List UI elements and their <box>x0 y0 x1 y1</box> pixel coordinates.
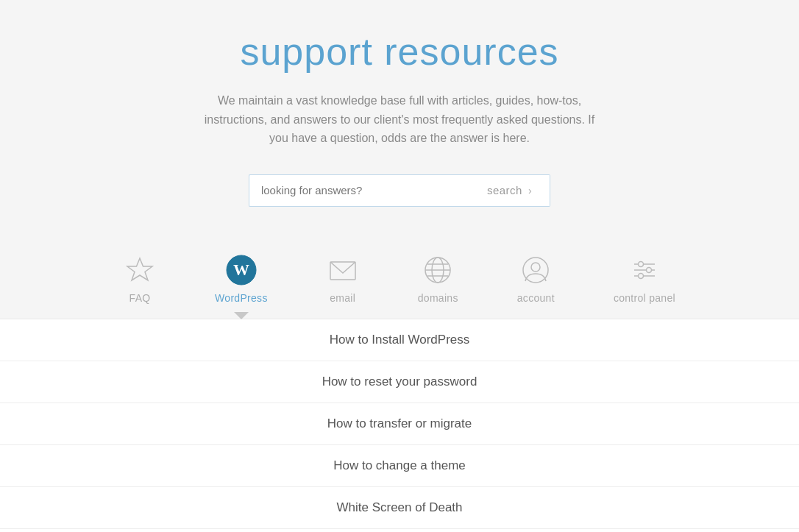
globe-icon <box>422 254 454 286</box>
page-description: We maintain a vast knowledge base full w… <box>193 91 606 148</box>
svg-point-17 <box>638 273 643 278</box>
person-icon <box>519 254 552 286</box>
category-control-panel-label: control panel <box>614 292 675 304</box>
article-link-2[interactable]: How to reset your password <box>322 375 477 389</box>
category-account-label: account <box>517 292 555 304</box>
svg-text:W: W <box>233 260 249 279</box>
search-row: search › <box>249 174 550 207</box>
category-email[interactable]: email <box>297 242 388 319</box>
svg-point-10 <box>523 258 548 283</box>
categories-bar: FAQ W WordPress email <box>0 242 799 319</box>
content-section: How to Install WordPress How to reset yo… <box>0 319 799 532</box>
category-wordpress-label: WordPress <box>215 292 268 304</box>
page-wrapper: support resources We maintain a vast kno… <box>0 0 799 532</box>
category-account[interactable]: account <box>488 242 584 319</box>
article-link-3[interactable]: How to transfer or migrate <box>327 416 472 430</box>
category-domains-label: domains <box>418 292 458 304</box>
chevron-right-icon: › <box>528 185 532 196</box>
page-title: support resources <box>240 29 558 74</box>
wordpress-icon: W <box>225 254 258 286</box>
category-domains[interactable]: domains <box>388 242 488 319</box>
category-faq-label: FAQ <box>129 292 151 304</box>
article-item-3[interactable]: How to transfer or migrate <box>0 403 799 445</box>
article-item-2[interactable]: How to reset your password <box>0 361 799 403</box>
article-item-4[interactable]: How to change a theme <box>0 445 799 487</box>
category-wordpress[interactable]: W WordPress <box>185 242 297 319</box>
svg-marker-0 <box>127 258 152 280</box>
article-link-1[interactable]: How to Install WordPress <box>330 333 470 347</box>
article-item-1[interactable]: How to Install WordPress <box>0 319 799 361</box>
article-list: How to Install WordPress How to reset yo… <box>0 319 799 532</box>
category-email-label: email <box>330 292 355 304</box>
svg-point-11 <box>531 263 540 272</box>
category-control-panel[interactable]: control panel <box>584 242 705 319</box>
category-faq[interactable]: FAQ <box>94 242 185 319</box>
hero-section: support resources We maintain a vast kno… <box>0 0 799 242</box>
article-item-5[interactable]: White Screen of Death <box>0 487 799 529</box>
search-button-label: search <box>487 184 522 196</box>
article-link-4[interactable]: How to change a theme <box>333 458 466 472</box>
more-link[interactable]: more... <box>0 529 799 532</box>
search-button[interactable]: search › <box>469 174 550 207</box>
star-icon <box>124 254 156 286</box>
sliders-icon <box>628 254 661 286</box>
svg-point-16 <box>646 267 651 272</box>
search-input[interactable] <box>249 174 469 207</box>
article-link-5[interactable]: White Screen of Death <box>336 500 462 514</box>
envelope-icon <box>327 254 359 286</box>
svg-point-15 <box>638 261 643 266</box>
